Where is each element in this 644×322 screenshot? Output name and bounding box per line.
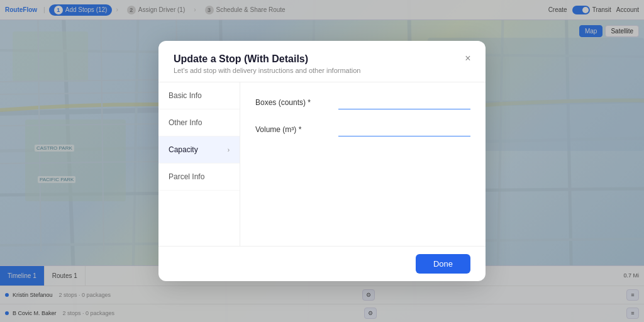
nav-label-other-info: Other Info <box>169 118 202 127</box>
done-button[interactable]: Done <box>416 254 470 274</box>
form-label-volume: Volume (m³) * <box>255 125 331 134</box>
nav-label-parcel-info: Parcel Info <box>169 172 204 181</box>
dialog-close-button[interactable]: × <box>460 51 475 66</box>
nav-item-parcel-info[interactable]: Parcel Info <box>158 164 240 191</box>
boxes-input[interactable] <box>338 95 470 109</box>
nav-item-capacity[interactable]: Capacity › <box>158 136 240 164</box>
nav-label-capacity: Capacity <box>169 145 198 154</box>
form-label-boxes: Boxes (counts) * <box>255 98 331 107</box>
nav-label-basic-info: Basic Info <box>169 91 202 100</box>
dialog-nav: Basic Info Other Info Capacity › Parcel … <box>158 82 240 246</box>
form-row-volume: Volume (m³) * <box>255 122 470 136</box>
nav-item-other-info[interactable]: Other Info <box>158 109 240 136</box>
dialog-content: Boxes (counts) * Volume (m³) * <box>240 82 486 246</box>
dialog: Update a Stop (With Details) Let's add s… <box>158 41 486 281</box>
dialog-subtitle: Let's add stop with delivery instruction… <box>174 67 470 74</box>
dialog-body: Basic Info Other Info Capacity › Parcel … <box>158 82 486 246</box>
dialog-footer: Done <box>158 246 486 281</box>
form-row-boxes: Boxes (counts) * <box>255 95 470 109</box>
modal-overlay: Update a Stop (With Details) Let's add s… <box>0 0 644 322</box>
nav-item-basic-info[interactable]: Basic Info <box>158 82 240 109</box>
volume-input[interactable] <box>338 122 470 136</box>
dialog-header: Update a Stop (With Details) Let's add s… <box>158 41 486 82</box>
chevron-right-icon: › <box>228 147 230 153</box>
dialog-title: Update a Stop (With Details) <box>174 53 470 65</box>
